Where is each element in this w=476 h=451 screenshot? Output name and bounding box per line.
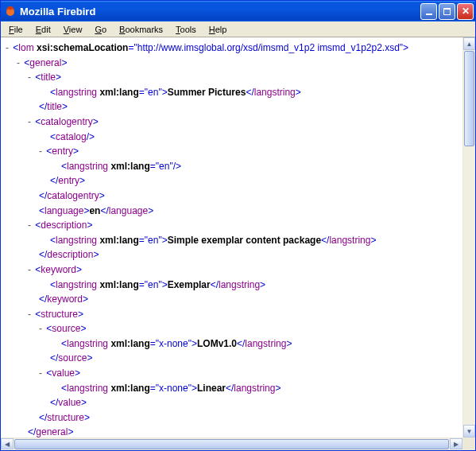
app-window: Mozilla Firebird ✕ File Edit View Go Boo… xyxy=(0,0,476,451)
xml-line: - <title> xyxy=(6,70,458,85)
xml-line: </value> xyxy=(6,395,458,410)
titlebar[interactable]: Mozilla Firebird ✕ xyxy=(1,1,475,21)
xml-line: </title> xyxy=(6,99,458,115)
app-icon xyxy=(4,5,17,17)
scroll-down-button[interactable]: ▼ xyxy=(463,425,475,437)
xml-line: <catalog/> xyxy=(6,130,458,145)
xml-line: <langstring xml:lang="en">Summer Picture… xyxy=(6,85,458,100)
xml-line: </description> xyxy=(6,247,458,262)
xml-line: </general> xyxy=(6,425,458,437)
xml-line: - <description> xyxy=(6,218,458,233)
xml-line: - <entry> xyxy=(6,144,458,159)
xml-line: - <structure> xyxy=(6,307,458,322)
xml-line: - <catalogentry> xyxy=(6,115,458,130)
xml-line: - <source> xyxy=(6,321,458,336)
menubar: File Edit View Go Bookmarks Tools Help xyxy=(1,21,475,37)
xml-line: <langstring xml:lang="en">Exemplar</lang… xyxy=(6,278,458,293)
window-title: Mozilla Firebird xyxy=(20,6,95,17)
menu-tools[interactable]: Tools xyxy=(171,23,201,36)
xml-line: </keyword> xyxy=(6,292,458,307)
xml-line: <langstring xml:lang="x-none">LOMv1.0</l… xyxy=(6,336,458,352)
maximize-button[interactable] xyxy=(439,3,455,20)
menu-edit[interactable]: Edit xyxy=(31,23,56,36)
xml-line: - <general> xyxy=(6,56,458,71)
close-button[interactable]: ✕ xyxy=(457,3,474,20)
window-controls: ✕ xyxy=(420,3,474,20)
xml-line: <langstring xml:lang="en"/> xyxy=(6,159,458,174)
xml-line: - <keyword> xyxy=(6,262,458,278)
xml-line: </structure> xyxy=(6,410,458,426)
xml-line: <language>en</language> xyxy=(6,204,458,219)
menu-go[interactable]: Go xyxy=(90,23,111,36)
menu-help[interactable]: Help xyxy=(204,23,232,36)
scroll-up-button[interactable]: ▲ xyxy=(463,37,475,50)
xml-view: - <lom xsi:schemaLocation="http://www.im… xyxy=(1,37,462,437)
content-area: - <lom xsi:schemaLocation="http://www.im… xyxy=(1,37,475,450)
xml-line: </source> xyxy=(6,351,458,366)
xml-line: <langstring xml:lang="en">Simple exempla… xyxy=(6,233,458,248)
menu-file[interactable]: File xyxy=(4,23,28,36)
vertical-scrollbar[interactable]: ▲ ▼ xyxy=(462,37,475,437)
horizontal-scrollbar[interactable]: ◀ ▶ xyxy=(1,437,462,450)
horizontal-scroll-thumb[interactable] xyxy=(14,439,449,449)
xml-line: - <value> xyxy=(6,366,458,381)
xml-line: </entry> xyxy=(6,173,458,189)
scroll-right-button[interactable]: ▶ xyxy=(450,438,462,449)
xml-line: - <lom xsi:schemaLocation="http://www.im… xyxy=(6,41,458,56)
menu-view[interactable]: View xyxy=(59,23,87,36)
xml-line: </catalogentry> xyxy=(6,189,458,204)
minimize-button[interactable] xyxy=(420,3,437,20)
scrollbar-corner xyxy=(462,437,475,450)
xml-line: <langstring xml:lang="x-none">Linear</la… xyxy=(6,381,458,396)
menu-bookmarks[interactable]: Bookmarks xyxy=(114,23,168,36)
vertical-scroll-thumb[interactable] xyxy=(464,51,474,146)
scroll-left-button[interactable]: ◀ xyxy=(1,438,14,449)
